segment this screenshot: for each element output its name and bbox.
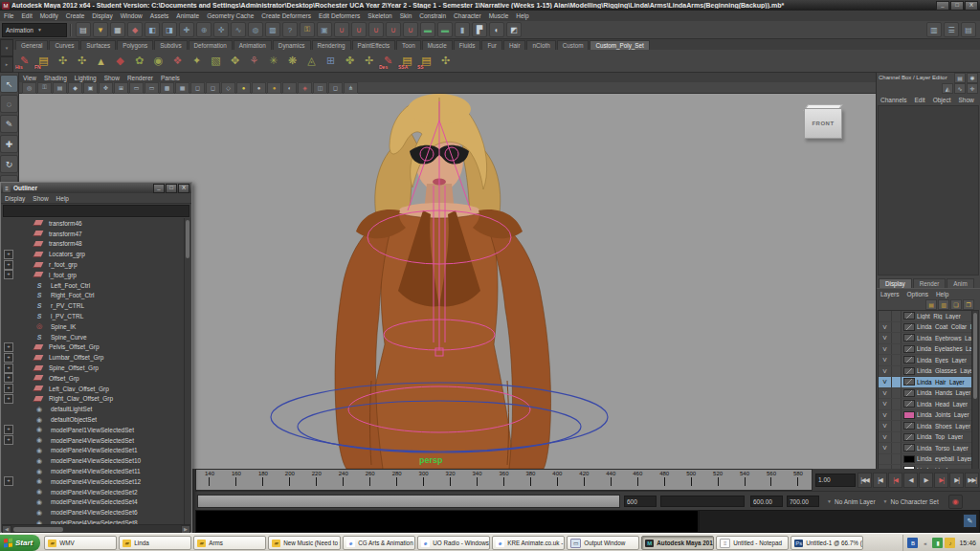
layer-mode-cell[interactable] bbox=[892, 443, 902, 453]
snap-point-icon[interactable]: ∪ bbox=[368, 22, 384, 37]
layer-visibility-toggle[interactable]: V bbox=[879, 432, 892, 443]
channel-box-toggle-icon[interactable]: ▤ bbox=[961, 22, 976, 37]
panel-menu-show[interactable]: Show bbox=[100, 75, 123, 81]
view-cube[interactable]: FRONT bbox=[802, 103, 844, 140]
layer-visibility-toggle[interactable]: V bbox=[879, 410, 892, 421]
outliner-vertical-scrollbar[interactable] bbox=[184, 218, 190, 524]
close-button[interactable]: X bbox=[965, 1, 978, 11]
menu-create-deformers[interactable]: Create Deformers bbox=[257, 12, 315, 19]
expand-icon[interactable]: + bbox=[4, 270, 13, 279]
expand-icon[interactable]: + bbox=[4, 250, 13, 259]
construction-history-icon[interactable]: ▮ bbox=[455, 22, 470, 37]
layer-menu-options[interactable]: Options bbox=[903, 291, 932, 298]
exposure-icon[interactable]: ◻ bbox=[328, 82, 343, 94]
layer-color-swatch[interactable] bbox=[903, 367, 915, 375]
layer-vertical-scrollbar[interactable] bbox=[971, 311, 978, 472]
layer-visibility-toggle[interactable]: V bbox=[879, 421, 892, 431]
make-live-icon[interactable]: ∪ bbox=[403, 22, 418, 37]
outliner-item-offset-grp[interactable]: + Offset_Grp bbox=[2, 373, 190, 384]
lock-camera-icon[interactable]: ⚿ bbox=[37, 82, 52, 94]
outliner-item-defaultobjectset[interactable]: +◉ defaultObjectSet bbox=[2, 414, 190, 425]
play-forwards-button[interactable]: ▶ bbox=[919, 473, 933, 488]
shelf-tool-16-icon[interactable]: ✤ bbox=[341, 52, 359, 70]
expand-icon[interactable]: + bbox=[4, 260, 13, 270]
channel-hyperbolic-icon[interactable]: ∿ bbox=[954, 83, 966, 94]
menu-assets[interactable]: Assets bbox=[146, 12, 173, 19]
shelf-tool-6-icon[interactable]: ◉ bbox=[149, 52, 167, 70]
outliner-item-l-pv-ctrl[interactable]: +S l_PV_CTRL bbox=[2, 311, 190, 321]
shelf-tab-animation[interactable]: Animation bbox=[234, 40, 272, 50]
shelf-tab-fur[interactable]: Fur bbox=[481, 40, 501, 50]
new-layer-assign-selected-icon[interactable]: ❐ bbox=[963, 299, 974, 310]
outliner-item-modelpanel1viewselectedset[interactable]: +◉ modelPanel1ViewSelectedSet bbox=[2, 425, 190, 435]
shelf-tool-11-icon[interactable]: ⚘ bbox=[245, 52, 263, 70]
select-hierarchy-icon[interactable]: ◆ bbox=[127, 22, 143, 37]
outliner-item-spine-offset-grp[interactable]: + Spine_Offset_Grp bbox=[2, 363, 190, 373]
select-camera-icon[interactable]: ◎ bbox=[22, 82, 36, 94]
layer-visibility-toggle[interactable]: V bbox=[879, 333, 892, 343]
wireframe-icon[interactable]: ◇ bbox=[221, 82, 235, 94]
select-tool-icon[interactable]: ↖ bbox=[0, 75, 18, 93]
outliner-item-right-foot-ctrl[interactable]: +S Right_Foot_Ctrl bbox=[2, 291, 190, 301]
select-surfaces-icon[interactable]: ◍ bbox=[248, 22, 263, 37]
layer-color-swatch[interactable] bbox=[903, 378, 915, 386]
layer-row-linda-eyeball-layer[interactable]: Linda_eyeball_Layer bbox=[879, 454, 978, 466]
layer-visibility-toggle[interactable]: V bbox=[879, 388, 892, 399]
lasso-select-tool-icon[interactable]: ◌ bbox=[0, 95, 18, 113]
outliner-horizontal-scrollbar[interactable]: ◀ ▶ bbox=[2, 524, 190, 533]
expand-icon[interactable]: + bbox=[4, 364, 13, 373]
range-handle-field[interactable] bbox=[624, 496, 657, 507]
menu-display[interactable]: Display bbox=[88, 12, 116, 19]
layer-row-linda-top-layer[interactable]: V Linda_Top_Layer bbox=[879, 432, 978, 444]
playback-end-field[interactable] bbox=[787, 496, 819, 507]
taskbar-item-linda[interactable]: ▰Linda bbox=[119, 536, 191, 550]
layer-menu-layers[interactable]: Layers bbox=[877, 291, 903, 298]
step-forward-key-button[interactable]: ▶| bbox=[934, 473, 948, 488]
layer-row-linda-joints-layer[interactable]: V Linda_Joints_Layer bbox=[879, 410, 978, 422]
output-connections-icon[interactable]: ▬ bbox=[437, 22, 453, 37]
shelf-item-menu-arrow[interactable]: ▸ bbox=[0, 56, 13, 74]
taskbar-item-kre-animate-co-uk-q[interactable]: eKRE Animate.co.uk - Q... bbox=[492, 536, 565, 550]
shelf-tool-10-icon[interactable]: ✥ bbox=[226, 52, 244, 70]
layer-mode-cell[interactable] bbox=[892, 322, 902, 333]
outliner-item-transform48[interactable]: + transform48 bbox=[2, 239, 190, 250]
range-slider-bar[interactable] bbox=[197, 495, 620, 508]
expand-icon[interactable]: + bbox=[4, 373, 13, 383]
shelf-tool-15-icon[interactable]: ⊞ bbox=[322, 52, 340, 70]
taskbar-item-new-music-need-to-sor[interactable]: ▰New Music (Need to sor... bbox=[268, 536, 341, 550]
layer-row-linda-eyes-layer[interactable]: V Linda_Eyes_Layer bbox=[879, 355, 978, 366]
layer-row-linda-coat-collar-la[interactable]: V Linda_Coat_Collar_La bbox=[879, 322, 978, 334]
outliner-item-l-foot-grp[interactable]: + l_foot_grp bbox=[2, 270, 190, 280]
shelf-tool-7-icon[interactable]: ❖ bbox=[168, 52, 187, 70]
layer-tab-display[interactable]: Display bbox=[879, 278, 912, 288]
script-editor-icon[interactable]: ✎ bbox=[963, 514, 977, 528]
shelf-des-icon[interactable]: ✎Des bbox=[379, 52, 397, 70]
textured-icon[interactable]: ● bbox=[252, 82, 266, 94]
shelf-tab-fluids[interactable]: Fluids bbox=[454, 40, 481, 50]
layer-menu-help[interactable]: Help bbox=[932, 291, 952, 298]
outliner-close-button[interactable]: X bbox=[178, 184, 189, 193]
current-time-field[interactable] bbox=[815, 474, 856, 487]
shelf-tab-subdivs[interactable]: Subdivs bbox=[154, 40, 187, 50]
outliner-item-modelpanel4viewselectedset10[interactable]: +◉ modelPanel4ViewSelectedSet10 bbox=[2, 455, 190, 466]
taskbar-item-untitled-notepad[interactable]: ≡Untitled - Notepad bbox=[716, 536, 789, 550]
outliner-title-bar[interactable]: ≡ Outliner _ □ X bbox=[1, 183, 191, 193]
gamma-icon[interactable]: ⋔ bbox=[344, 82, 358, 94]
scrollbar-thumb[interactable] bbox=[186, 220, 189, 258]
outliner-search-input[interactable] bbox=[4, 206, 189, 216]
select-dynamics-icon[interactable]: ? bbox=[282, 22, 298, 37]
channel-box-menu-edit[interactable]: Edit bbox=[910, 97, 928, 103]
tray-app-icon[interactable]: B bbox=[907, 538, 918, 548]
expand-icon[interactable]: + bbox=[4, 384, 13, 393]
channel-box-menu-show[interactable]: Show bbox=[954, 97, 977, 103]
layer-visibility-toggle[interactable]: V bbox=[879, 399, 892, 409]
shelf-tab-toon[interactable]: Toon bbox=[396, 40, 421, 50]
isolate-select-icon[interactable]: ◈ bbox=[298, 82, 312, 94]
outliner-minimize-button[interactable]: _ bbox=[153, 184, 165, 193]
panel-menu-panels[interactable]: Panels bbox=[157, 75, 184, 81]
render-settings-icon[interactable]: ◩ bbox=[506, 22, 522, 37]
outliner-item-locators-grp[interactable]: + Locators_grp bbox=[2, 249, 190, 259]
film-gate-icon[interactable]: ▭ bbox=[129, 82, 144, 94]
layer-mode-cell[interactable] bbox=[892, 388, 902, 399]
resolution-gate-icon[interactable]: ▭ bbox=[145, 82, 159, 94]
